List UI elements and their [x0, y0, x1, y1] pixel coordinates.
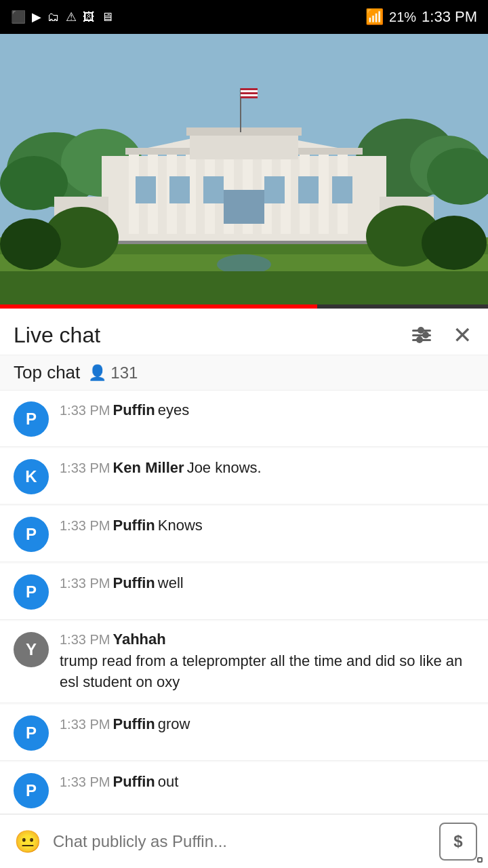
message-author: Puffin — [113, 574, 155, 592]
avatar: P — [14, 773, 49, 808]
superchat-button[interactable]: $ — [439, 823, 477, 861]
chat-message: P 1:33 PM Puffin grow — [0, 705, 488, 761]
filter-button[interactable] — [409, 327, 434, 344]
message-meta: 1:33 PM Yahhah — [60, 631, 474, 648]
emoji-icon: 😐 — [14, 829, 41, 854]
chat-message: Y 1:33 PM Yahhah trump read from a telep… — [0, 621, 488, 703]
top-chat-bar[interactable]: Top chat 👤 131 — [0, 355, 488, 391]
message-text: eyes — [158, 400, 189, 421]
message-author: Ken Miller — [113, 459, 184, 477]
chat-input-bar: 😐 $ — [0, 814, 488, 868]
svg-rect-20 — [319, 153, 329, 234]
message-author: Puffin — [113, 517, 155, 534]
message-time: 1:33 PM — [60, 717, 110, 732]
chat-input-field[interactable] — [53, 832, 431, 851]
header-icons: ✕ — [409, 321, 474, 349]
avatar: P — [14, 715, 49, 751]
message-content: 1:33 PM Yahhah trump read from a telepro… — [60, 631, 474, 693]
top-chat-label: Top chat — [14, 362, 80, 383]
message-meta: 1:33 PM Puffin Knows — [60, 515, 474, 536]
superchat-border-icon — [477, 857, 483, 863]
svg-rect-31 — [332, 176, 352, 203]
chat-message: P 1:33 PM Puffin out — [0, 762, 488, 818]
svg-rect-29 — [264, 176, 285, 203]
svg-rect-28 — [203, 176, 224, 203]
message-time: 1:33 PM — [60, 403, 110, 418]
video-progress-fill — [0, 304, 317, 309]
avatar: P — [14, 574, 49, 610]
svg-rect-24 — [190, 132, 298, 159]
viewer-count-number: 131 — [110, 363, 138, 382]
message-text: well — [158, 573, 184, 594]
live-chat-section: Live chat ✕ Top chat 👤 131 P — [0, 309, 488, 868]
message-meta: 1:33 PM Puffin out — [60, 772, 474, 793]
message-author: Puffin — [113, 715, 155, 733]
notification-icons: ⬛ ▶ 🗂 ⚠ 🖼 🖥 — [11, 9, 115, 24]
avatar: P — [14, 517, 49, 552]
message-meta: 1:33 PM Puffin grow — [60, 714, 474, 735]
chat-message: K 1:33 PM Ken Miller Joe knows. — [0, 448, 488, 505]
message-meta: 1:33 PM Puffin eyes — [60, 400, 474, 421]
message-time: 1:33 PM — [60, 576, 110, 591]
avatar: Y — [14, 632, 49, 667]
wifi-icon: 📶 — [365, 8, 384, 26]
message-text: trump read from a teleprompter all the t… — [60, 651, 474, 693]
emoji-button[interactable]: 😐 — [11, 825, 45, 859]
message-text: Knows — [158, 515, 203, 536]
message-time: 1:33 PM — [60, 774, 110, 790]
battery-level: 21% — [389, 9, 416, 25]
svg-rect-25 — [186, 127, 302, 136]
message-content: 1:33 PM Puffin eyes — [60, 400, 474, 422]
message-content: 1:33 PM Ken Miller Joe knows. — [60, 458, 474, 480]
message-time: 1:33 PM — [60, 460, 110, 476]
svg-rect-27 — [169, 176, 190, 203]
avatar: K — [14, 459, 49, 494]
superchat-icon: $ — [453, 832, 462, 851]
avatar: P — [14, 401, 49, 437]
status-right: 📶 21% 1:33 PM — [365, 8, 477, 26]
svg-rect-36 — [241, 88, 258, 98]
message-meta: 1:33 PM Ken Miller Joe knows. — [60, 458, 474, 479]
status-left: ⬛ ▶ 🗂 ⚠ 🖼 🖥 — [11, 9, 115, 24]
message-text: Joe knows. — [187, 458, 262, 479]
message-content: 1:33 PM Puffin well — [60, 573, 474, 595]
message-content: 1:33 PM Puffin Knows — [60, 515, 474, 538]
message-text: grow — [158, 714, 190, 735]
close-button[interactable]: ✕ — [450, 321, 474, 349]
message-author: Yahhah — [113, 631, 165, 648]
video-progress-bar[interactable] — [0, 304, 488, 309]
status-bar: ⬛ ▶ 🗂 ⚠ 🖼 🖥 📶 21% 1:33 PM — [0, 0, 488, 34]
message-author: Puffin — [113, 773, 155, 791]
message-meta: 1:33 PM Puffin well — [60, 573, 474, 594]
chat-message: P 1:33 PM Puffin well — [0, 564, 488, 620]
message-text: out — [158, 772, 179, 793]
svg-rect-45 — [0, 271, 488, 309]
svg-rect-26 — [136, 176, 156, 203]
video-player[interactable] — [0, 34, 488, 309]
person-icon: 👤 — [88, 364, 106, 382]
live-chat-title: Live chat — [14, 323, 100, 348]
chat-message: P 1:33 PM Puffin eyes — [0, 391, 488, 447]
close-icon: ✕ — [453, 322, 472, 348]
svg-point-44 — [422, 216, 487, 270]
chat-messages-list: P 1:33 PM Puffin eyes K 1:33 PM Ken Mill… — [0, 391, 488, 868]
time-display: 1:33 PM — [422, 8, 477, 26]
svg-rect-32 — [224, 190, 264, 224]
viewer-count: 👤 131 — [88, 363, 138, 382]
slider-icon — [412, 330, 431, 341]
message-author: Puffin — [113, 401, 155, 419]
svg-point-43 — [0, 218, 61, 270]
svg-rect-37 — [241, 90, 258, 92]
svg-rect-38 — [241, 94, 258, 96]
message-time: 1:33 PM — [60, 632, 110, 648]
chat-message: P 1:33 PM Puffin Knows — [0, 506, 488, 562]
message-content: 1:33 PM Puffin grow — [60, 714, 474, 736]
live-chat-header: Live chat ✕ — [0, 309, 488, 355]
svg-rect-30 — [298, 176, 319, 203]
message-time: 1:33 PM — [60, 518, 110, 534]
message-content: 1:33 PM Puffin out — [60, 772, 474, 794]
